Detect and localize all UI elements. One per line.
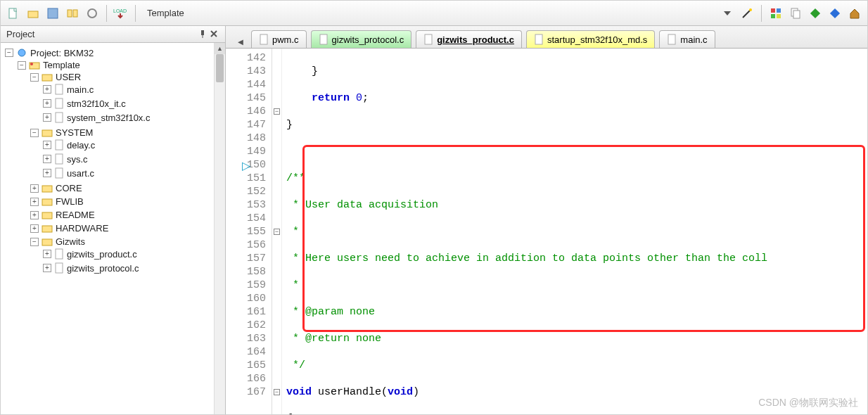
svg-rect-21 <box>56 84 63 94</box>
toolbar-separator <box>135 5 136 22</box>
fold-column[interactable]: −−− <box>272 49 282 414</box>
svg-rect-37 <box>425 34 432 44</box>
tree-folder-user[interactable]: −USER <box>30 72 225 82</box>
svg-rect-14 <box>810 8 820 18</box>
svg-rect-31 <box>42 226 52 232</box>
scroll-up-icon[interactable]: ▲ <box>215 43 225 54</box>
code-editor[interactable]: 1421431441451461471481491501511521531541… <box>226 49 867 414</box>
save-icon[interactable] <box>44 5 61 22</box>
svg-point-19 <box>30 63 33 65</box>
main-area: Project −Project: BKM32 −Template −USER <box>1 26 867 414</box>
project-tree[interactable]: −Project: BKM32 −Template −USER +main.c … <box>1 43 225 414</box>
svg-rect-0 <box>9 8 16 18</box>
svg-rect-11 <box>777 14 781 18</box>
panel-header: Project <box>1 26 225 43</box>
svg-rect-34 <box>56 263 63 273</box>
code-area[interactable]: } return 0; } /** * User data acquisitio… <box>282 49 867 414</box>
svg-rect-30 <box>42 212 52 219</box>
svg-rect-23 <box>56 113 63 122</box>
tab-main[interactable]: main.c <box>659 30 715 48</box>
svg-rect-13 <box>793 11 800 18</box>
tree-file[interactable]: +main.c <box>43 84 225 95</box>
svg-rect-10 <box>771 14 775 18</box>
tab-gizwits-protocol[interactable]: gizwits_protocol.c <box>311 30 412 48</box>
svg-rect-32 <box>42 239 52 245</box>
tree-file[interactable]: +usart.c <box>43 167 225 179</box>
tab-startup[interactable]: startup_stm32f10x_md.s <box>526 30 655 48</box>
tab-gizwits-product[interactable]: gizwits_product.c <box>416 30 522 48</box>
tree-folder-fwlib[interactable]: +FWLIB <box>30 196 225 207</box>
tree-folder-system[interactable]: −SYSTEM <box>30 127 225 138</box>
tree-project-root[interactable]: −Project: BKM32 <box>5 47 225 58</box>
open-icon[interactable] <box>25 5 42 22</box>
tree-file[interactable]: +gizwits_protocol.c <box>43 262 225 274</box>
svg-rect-22 <box>56 98 63 108</box>
svg-rect-2 <box>48 8 58 18</box>
tab-pwm[interactable]: pwm.c <box>251 30 307 48</box>
svg-text:LOAD: LOAD <box>113 8 127 13</box>
tree-target-template[interactable]: −Template <box>18 60 225 70</box>
editor-area: ◄ pwm.c gizwits_protocol.c gizwits_produ… <box>226 26 867 414</box>
tree-file[interactable]: +system_stm32f10x.c <box>43 112 225 123</box>
green-diamond-icon[interactable] <box>807 5 824 22</box>
svg-point-5 <box>88 9 96 18</box>
toolbar-separator <box>761 5 762 22</box>
tree-folder-gizwits[interactable]: −Gizwits <box>30 236 225 247</box>
copy-files-icon[interactable] <box>787 5 804 22</box>
tree-folder-readme[interactable]: +README <box>30 210 225 220</box>
tree-file[interactable]: +stm32f10x_it.c <box>43 98 225 109</box>
file-icon <box>423 34 433 45</box>
svg-rect-29 <box>42 199 52 205</box>
nav-arrow-icon[interactable]: ▷ <box>242 159 250 172</box>
tree-folder-hardware[interactable]: +HARDWARE <box>30 223 225 234</box>
file-icon <box>534 34 544 45</box>
svg-rect-25 <box>56 140 63 150</box>
panel-title: Project <box>6 29 198 39</box>
svg-rect-20 <box>42 75 52 81</box>
svg-point-7 <box>749 8 752 11</box>
tree-file[interactable]: +gizwits_product.c <box>43 248 225 260</box>
build-icon[interactable] <box>64 5 81 22</box>
svg-rect-9 <box>777 8 781 13</box>
blocks-icon[interactable] <box>767 5 784 22</box>
svg-point-17 <box>18 49 25 56</box>
svg-rect-28 <box>42 186 52 192</box>
tab-bar: ◄ pwm.c gizwits_protocol.c gizwits_produ… <box>226 26 867 49</box>
svg-rect-26 <box>56 154 63 164</box>
svg-rect-24 <box>42 130 52 136</box>
new-file-icon[interactable] <box>5 5 22 22</box>
dropdown-icon[interactable] <box>719 5 736 22</box>
line-gutter: 1421431441451461471481491501511521531541… <box>226 49 272 414</box>
close-panel-icon[interactable] <box>210 30 219 39</box>
svg-rect-33 <box>56 249 63 259</box>
svg-rect-8 <box>771 8 775 13</box>
tree-file[interactable]: +delay.c <box>43 139 225 151</box>
pin-icon[interactable] <box>198 30 208 39</box>
main-toolbar: LOAD Template <box>1 1 867 26</box>
project-panel: Project −Project: BKM32 −Template −USER <box>1 26 226 414</box>
file-icon <box>667 34 677 45</box>
tree-file[interactable]: +sys.c <box>43 153 225 165</box>
svg-rect-36 <box>320 34 327 44</box>
svg-rect-27 <box>56 168 63 178</box>
tree-folder-core[interactable]: +CORE <box>30 183 225 193</box>
rebuild-icon[interactable] <box>84 5 101 22</box>
svg-rect-15 <box>830 8 840 18</box>
svg-rect-39 <box>668 34 675 44</box>
wand-icon[interactable] <box>739 5 755 22</box>
svg-rect-1 <box>28 11 38 18</box>
toolbar-separator <box>106 5 107 22</box>
target-selector[interactable]: Template <box>141 8 190 18</box>
tab-prev-icon[interactable]: ◄ <box>234 35 247 48</box>
svg-rect-4 <box>73 10 77 17</box>
svg-rect-35 <box>260 34 267 44</box>
scroll-thumb[interactable] <box>216 54 224 82</box>
load-icon[interactable]: LOAD <box>113 5 129 22</box>
svg-rect-16 <box>201 30 204 35</box>
home-icon[interactable] <box>846 5 863 22</box>
watermark-text: CSDN @物联网实验社 <box>758 397 858 409</box>
svg-rect-3 <box>68 10 72 17</box>
file-icon <box>259 34 269 45</box>
tree-scrollbar[interactable]: ▲ <box>214 43 225 414</box>
blue-diamond-icon[interactable] <box>826 5 843 22</box>
